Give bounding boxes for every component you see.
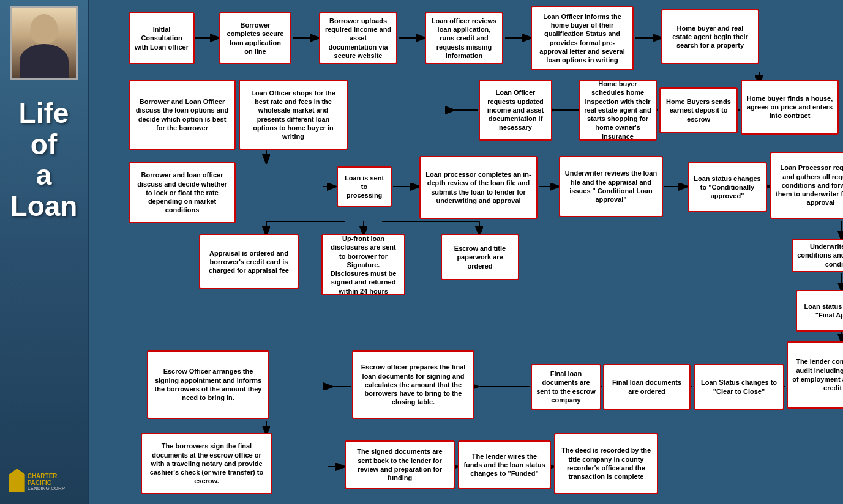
box-b29: The lender completes its final audit inc…	[787, 341, 843, 409]
company-logo: CHARTER PACIFIC LENDING CORP	[3, 462, 84, 498]
box-b31: The signed documents are sent back to th…	[345, 440, 455, 489]
box-b18: Loan Processor requests and gathers all …	[770, 152, 843, 219]
box-b4: Loan officer reviews loan application, r…	[425, 12, 503, 64]
box-b5: Loan Officer informs the home buyer of t…	[531, 6, 634, 70]
box-b22: Underwriter reviews conditions and signs…	[792, 239, 843, 272]
box-b27: Final loan documents are ordered	[603, 364, 691, 410]
box-b1: Initial Consultation with Loan officer	[129, 12, 195, 64]
box-b33: The deed is recorded by the title compan…	[554, 433, 658, 494]
box-b2: Borrower completes secure loan applicati…	[219, 12, 291, 64]
box-b10: Home buyer schedules home inspection wit…	[579, 80, 657, 141]
box-b9: Loan Officer requests updated income and…	[479, 80, 552, 141]
box-b12: Home buyer finds a house, agrees on pric…	[741, 80, 839, 135]
box-b3: Borrower uploads required income and ass…	[319, 12, 397, 64]
box-b8: Loan Officer shops for the best rate and…	[239, 80, 348, 150]
box-b13: Borrower and loan officer discuss and de…	[129, 162, 236, 223]
sidebar: LifeofaLoan CHARTER PACIFIC LENDING CORP	[0, 0, 89, 504]
person-photo	[10, 6, 78, 80]
box-b7: Borrower and Loan Officer discuss the lo…	[129, 80, 236, 150]
box-b24: Escrow Officer arranges the signing appo…	[147, 350, 269, 419]
box-b16: Underwriter reviews the loan file and th…	[559, 156, 663, 217]
sidebar-title: LifeofaLoan	[10, 98, 78, 221]
box-b32: The lender wires the funds and the loan …	[458, 440, 551, 489]
box-b23: Loan status changes to "Final Approval"	[796, 290, 843, 332]
box-b11: Home Buyers sends earnest deposit to esc…	[659, 87, 738, 133]
box-b6: Home buyer and real estate agent begin t…	[661, 9, 759, 64]
box-b14: Loan is sent to processing	[337, 166, 392, 207]
box-b21: Escrow and title paperwork are ordered	[441, 234, 519, 280]
logo-sub: LENDING CORP	[28, 486, 78, 492]
box-b20: Up-front loan disclosures are sent to bo…	[321, 234, 405, 295]
logo-name: CHARTER PACIFIC	[28, 473, 78, 486]
box-b17: Loan status changes to "Conditionally ap…	[688, 162, 767, 212]
box-b26: Final loan documents are sent to the esc…	[531, 364, 601, 410]
box-b15: Loan processor completes an in-depth rev…	[419, 156, 538, 219]
box-b30: The borrowers sign the final documents a…	[141, 433, 272, 494]
box-b19: Appraisal is ordered and borrower's cred…	[199, 234, 299, 289]
box-b28: Loan Status changes to "Clear to Close"	[694, 364, 784, 410]
flowchart: Initial Consultation with Loan officer B…	[89, 0, 843, 504]
box-b25: Escrow officer prepares the final loan d…	[352, 350, 474, 419]
